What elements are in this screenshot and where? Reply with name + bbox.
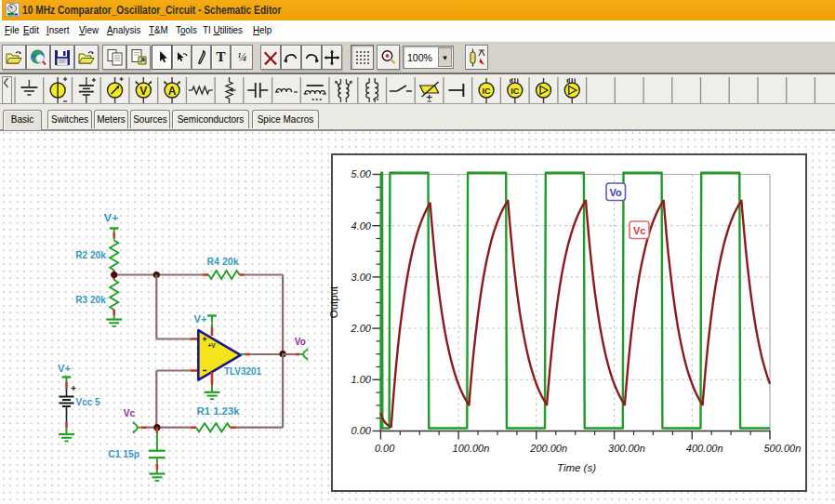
svg-text:V+: V+	[58, 363, 71, 374]
svg-text:V+: V+	[194, 313, 207, 325]
svg-text:TLV3201: TLV3201	[224, 365, 261, 377]
svg-text:Vo: Vo	[295, 336, 306, 347]
svg-text:300.00n: 300.00n	[608, 443, 645, 454]
svg-text:1.00: 1.00	[351, 374, 372, 385]
svg-text:5.00: 5.00	[351, 168, 372, 179]
svg-text:4.00: 4.00	[351, 220, 372, 232]
svg-text:Vcc 5: Vcc 5	[76, 396, 100, 407]
svg-text:Vc: Vc	[124, 407, 136, 418]
svg-text:Time (s): Time (s)	[557, 462, 596, 473]
svg-text:R2 20k: R2 20k	[75, 249, 106, 260]
svg-text:Vo: Vo	[610, 187, 623, 198]
svg-text:Output: Output	[328, 285, 339, 318]
svg-text:R4 20k: R4 20k	[207, 256, 240, 267]
svg-text:R1 1.23k: R1 1.23k	[197, 405, 241, 417]
svg-text:C1 15p: C1 15p	[108, 448, 139, 459]
svg-text:2.00: 2.00	[351, 323, 372, 334]
svg-text:+V: +V	[208, 342, 217, 349]
svg-text:0.00: 0.00	[351, 425, 372, 436]
svg-text:0.00: 0.00	[375, 443, 395, 454]
svg-text:3.00: 3.00	[351, 272, 372, 283]
svg-text:200.00n: 200.00n	[529, 443, 567, 454]
svg-text:Vc: Vc	[633, 225, 645, 236]
svg-text:400.00n: 400.00n	[686, 443, 723, 454]
svg-text:R3 20k: R3 20k	[75, 294, 106, 305]
svg-text:100.00n: 100.00n	[453, 443, 490, 454]
svg-text:V+: V+	[104, 212, 119, 223]
svg-text:500.00n: 500.00n	[764, 443, 802, 454]
